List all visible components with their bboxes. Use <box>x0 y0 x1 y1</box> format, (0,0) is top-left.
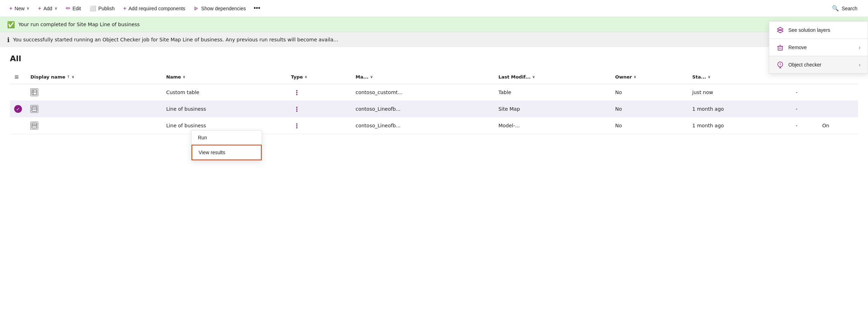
row2-more-icon[interactable]: ⋮ <box>291 105 303 113</box>
add-required-icon: + <box>123 5 126 12</box>
row2-type: Site Map <box>494 101 611 117</box>
row1-display-name: Custom table <box>162 84 286 101</box>
owner-sort-icon: ∨ <box>633 75 636 79</box>
new-button[interactable]: + New ∨ <box>6 3 33 14</box>
type-sort-icon: ∨ <box>304 75 308 79</box>
row1-owner: - <box>792 84 818 101</box>
info-icon: ℹ <box>7 36 10 44</box>
new-label: New <box>15 6 24 11</box>
list-icon: ≡ <box>14 74 19 80</box>
data-table: ≡ Display name ↑ ∨ Name ∨ <box>10 70 858 134</box>
row1-check <box>10 84 26 101</box>
new-icon: + <box>9 5 12 12</box>
row3-icon-cell <box>26 117 162 134</box>
status-sort-icon: ∨ <box>708 75 711 79</box>
sitemap-icon <box>30 105 38 113</box>
row1-lastmod: just now <box>688 84 792 101</box>
model-icon <box>30 122 38 129</box>
col-type-header[interactable]: Type ∨ <box>287 70 352 84</box>
row2-lastmod: 1 month ago <box>688 101 792 117</box>
row3-name-more: ⋮ <box>287 117 352 134</box>
add-required-button[interactable]: + Add required components <box>120 3 189 14</box>
col-display-name-header[interactable]: Display name ↑ ∨ <box>26 70 162 84</box>
add-required-label: Add required components <box>129 6 185 11</box>
row2-managed: No <box>611 101 688 117</box>
svg-rect-9 <box>33 125 34 126</box>
svg-marker-12 <box>777 29 783 33</box>
remove-chevron-icon: › <box>859 45 861 50</box>
success-text: Your run completed for Site Map Line of … <box>18 22 140 27</box>
object-checker-chevron-icon: › <box>859 62 861 68</box>
row1-status <box>818 84 858 101</box>
row3-more-icon[interactable]: ⋮ <box>291 122 303 129</box>
col-name-header[interactable]: Name ∨ <box>162 70 286 84</box>
managed-sort-icon: ∨ <box>370 75 373 79</box>
success-notification: ✅ Your run completed for Site Map Line o… <box>0 17 868 32</box>
search-button[interactable]: 🔍 Search <box>827 3 862 14</box>
row1-type: Table <box>494 84 611 101</box>
more-icon: ••• <box>253 5 260 12</box>
more-button[interactable]: ••• <box>251 2 263 14</box>
row2-name: contoso_Lineofb... <box>351 101 494 117</box>
row3-type: Model-... <box>494 117 611 134</box>
remove-button[interactable]: Remove › <box>769 39 868 56</box>
row3-check <box>10 117 26 134</box>
sort-desc-icon: ∨ <box>72 75 75 79</box>
add-icon: + <box>38 5 41 12</box>
run-dropdown: Run View results <box>191 130 262 161</box>
object-checker-button[interactable]: Object checker › <box>769 56 868 73</box>
info-notification: ℹ You successfully started running an Ob… <box>0 32 868 47</box>
see-solution-layers-label: See solution layers <box>788 27 830 33</box>
publish-icon: ⬜ <box>90 5 96 12</box>
selected-check-icon: ✓ <box>14 105 22 113</box>
row1-managed: No <box>611 84 688 101</box>
main-content: All ≡ Display name ↑ ∨ <box>0 47 868 141</box>
col-managed-header[interactable]: Ma... ∨ <box>351 70 494 84</box>
edit-icon: ✏ <box>66 5 70 12</box>
col-owner-header[interactable]: Owner ∨ <box>611 70 688 84</box>
run-button[interactable]: Run <box>192 131 262 145</box>
object-checker-label: Object checker <box>788 62 821 68</box>
show-dependencies-icon: ⫸ <box>194 5 199 11</box>
svg-rect-10 <box>35 125 36 126</box>
lastmod-sort-icon: ∨ <box>532 75 535 79</box>
view-results-button[interactable]: View results <box>192 145 262 160</box>
row1-name-more: ⋮ <box>287 84 352 101</box>
row2-status <box>818 101 858 117</box>
see-solution-layers-button[interactable]: See solution layers <box>769 22 868 39</box>
table-row[interactable]: ✓ Line of business ⋮ contoso_Lineofb... … <box>10 101 858 117</box>
edit-label: Edit <box>73 6 81 11</box>
show-dependencies-button[interactable]: ⫸ Show dependencies <box>190 3 249 13</box>
row1-more-icon[interactable]: ⋮ <box>291 89 303 96</box>
search-icon: 🔍 <box>832 5 839 12</box>
publish-label: Publish <box>98 6 115 11</box>
new-chevron-icon: ∨ <box>27 6 29 11</box>
add-label: Add <box>44 6 52 11</box>
col-lastmod-header[interactable]: Last Modif... ∨ <box>494 70 611 84</box>
table-row[interactable]: Custom table ⋮ contoso_customt... Table … <box>10 84 858 101</box>
row2-check: ✓ <box>10 101 26 117</box>
remove-icon <box>776 44 784 51</box>
add-button[interactable]: + Add ∨ <box>34 3 61 14</box>
table-row[interactable]: Line of business ⋮ contoso_Lineofb... Mo… <box>10 117 858 134</box>
show-dependencies-label: Show dependencies <box>201 6 246 11</box>
success-icon: ✅ <box>7 21 15 28</box>
info-text: You successfully started running an Obje… <box>13 37 338 42</box>
row2-display-name: Line of business <box>162 101 286 117</box>
add-chevron-icon: ∨ <box>55 6 57 11</box>
sort-asc-icon: ↑ <box>67 75 70 79</box>
search-label: Search <box>842 6 857 11</box>
name-sort-icon: ∨ <box>182 75 185 79</box>
remove-label: Remove <box>788 45 807 50</box>
svg-rect-13 <box>778 46 782 50</box>
edit-button[interactable]: ✏ Edit <box>62 3 85 14</box>
svg-marker-11 <box>777 27 783 31</box>
row3-status: On <box>818 117 858 134</box>
context-menu: See solution layers Remove › <box>769 21 868 74</box>
svg-rect-4 <box>32 106 37 111</box>
solution-layers-icon <box>776 27 784 34</box>
table-icon <box>30 88 38 96</box>
svg-rect-0 <box>32 90 37 95</box>
row1-icon-cell <box>26 84 162 101</box>
publish-button[interactable]: ⬜ Publish <box>86 3 118 14</box>
